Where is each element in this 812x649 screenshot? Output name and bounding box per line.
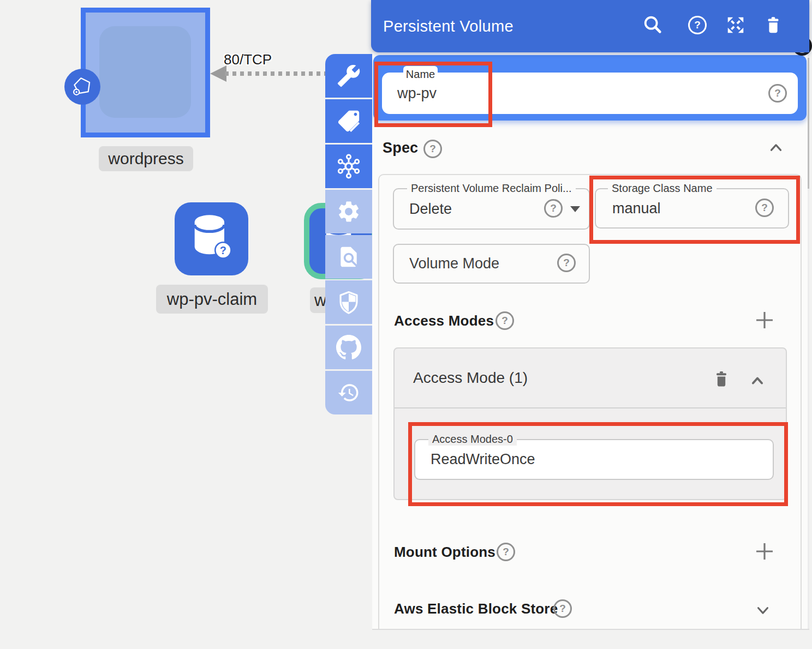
wordpress-deployment-node[interactable] <box>81 8 210 137</box>
pvc-node-label: wp-pv-claim <box>156 285 268 314</box>
help-button[interactable] <box>687 15 708 35</box>
toolbar-button-security[interactable] <box>325 280 372 324</box>
toolbar-button-hub[interactable] <box>325 145 372 188</box>
add-access-mode-icon[interactable] <box>754 310 775 330</box>
wordpress-node-label: wordpress <box>99 146 193 171</box>
database-icon: ? <box>188 213 236 265</box>
panel-header: Persistent Volume <box>371 0 809 52</box>
aws-ebs-expand-chevron-icon[interactable] <box>754 602 772 619</box>
access-modes-help-icon[interactable] <box>495 311 514 330</box>
app-canvas: wordpress 80/TCP ? wp-pv-claim w <box>0 0 812 649</box>
access-mode-highlight-box <box>408 422 788 506</box>
reclaim-policy-label: Persistent Volume Reclaim Poli... <box>407 182 576 195</box>
github-icon <box>336 335 361 360</box>
spec-help-icon[interactable] <box>423 140 442 158</box>
access-mode-card-title: Access Mode (1) <box>413 348 528 407</box>
delete-access-mode-icon[interactable] <box>712 369 731 389</box>
volume-mode-help-icon[interactable] <box>557 254 576 272</box>
delete-button[interactable] <box>763 15 784 35</box>
history-clock-icon <box>337 381 360 404</box>
shield-icon <box>336 290 361 315</box>
toolbar-button-history[interactable] <box>325 371 372 414</box>
edge-arrowhead <box>210 65 226 82</box>
aws-ebs-heading: Aws Elastic Block Store <box>394 600 558 617</box>
edge-port-label: 80/TCP <box>224 51 272 68</box>
expand-button[interactable] <box>725 15 746 35</box>
expand-arrows-icon <box>725 15 746 35</box>
toolbar-button-settings[interactable] <box>325 190 372 233</box>
wordpress-node-inner <box>99 26 191 118</box>
search-icon <box>642 15 663 35</box>
toolbar-button-wrench[interactable] <box>325 54 372 98</box>
edge-dotted-line <box>225 71 326 76</box>
pvc-node[interactable]: ? <box>175 202 248 275</box>
panel-scrollbar-thumb[interactable] <box>808 58 809 189</box>
mount-options-help-icon[interactable] <box>497 543 515 561</box>
wrench-icon <box>337 64 361 88</box>
name-help-icon[interactable] <box>768 84 787 103</box>
access-mode-card: Access Mode (1) Access Modes-0 ReadWrite… <box>393 347 787 500</box>
tags-icon <box>336 109 361 134</box>
gear-icon <box>336 199 361 224</box>
hub-network-icon <box>336 153 362 179</box>
pod-icon[interactable] <box>64 69 100 105</box>
access-mode-card-header[interactable]: Access Mode (1) <box>395 348 786 408</box>
pod-pentagon-icon <box>69 73 96 100</box>
reclaim-policy-select[interactable]: Persistent Volume Reclaim Poli... Delete <box>393 188 590 230</box>
name-highlight-box <box>374 62 492 127</box>
persistent-volume-form: wp-pv Name Spec Persistent Volume Reclai… <box>372 52 809 630</box>
toolbar-button-github[interactable] <box>325 326 372 369</box>
reclaim-policy-help-icon[interactable] <box>544 199 563 218</box>
access-modes-heading: Access Modes <box>394 313 494 329</box>
search-button[interactable] <box>642 15 663 35</box>
spec-collapse-chevron-icon[interactable] <box>767 139 785 157</box>
diagram-toolbar <box>325 54 372 414</box>
storage-class-highlight-box <box>589 176 800 244</box>
dropdown-caret-icon[interactable] <box>570 206 580 212</box>
toolbar-button-preview[interactable] <box>325 235 372 279</box>
add-mount-option-icon[interactable] <box>754 541 775 562</box>
volume-mode-input[interactable]: Volume Mode <box>393 244 590 284</box>
document-search-icon <box>337 245 361 269</box>
svg-text:?: ? <box>219 244 226 256</box>
help-icon <box>688 16 707 34</box>
trash-icon <box>763 15 784 35</box>
panel-title: Persistent Volume <box>383 0 514 52</box>
access-mode-collapse-chevron-icon[interactable] <box>748 371 767 390</box>
mount-options-heading: Mount Options <box>394 544 495 561</box>
spec-heading: Spec <box>383 140 418 157</box>
aws-ebs-help-icon[interactable] <box>553 599 572 618</box>
toolbar-button-tags[interactable] <box>325 99 372 143</box>
